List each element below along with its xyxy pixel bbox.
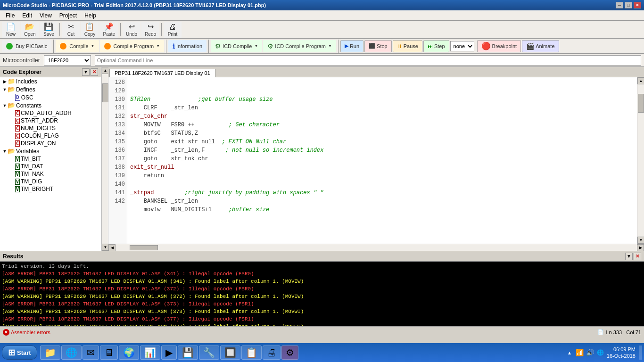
taskbar-ie[interactable]: 🌍: [119, 346, 139, 360]
editor-scrollbar-right[interactable]: ▲ ▼: [637, 77, 644, 244]
editor-scrollbar-bottom[interactable]: ◀ ▶: [108, 244, 644, 251]
breakpoint-button[interactable]: 🔴 Breakpoint: [477, 40, 521, 52]
none-select[interactable]: none: [450, 41, 474, 51]
copy-button[interactable]: 📋 Copy: [81, 22, 99, 38]
tree-item-variables[interactable]: ▼ 📂 Variables: [0, 147, 101, 155]
buy-picbasic-button[interactable]: Buy PICBasic: [2, 40, 51, 52]
taskbar-chrome[interactable]: 🌐: [61, 346, 82, 360]
taskbar-app4[interactable]: 🖥: [100, 346, 118, 360]
menu-file[interactable]: File: [2, 11, 18, 20]
taskbar-media[interactable]: ▶: [161, 346, 177, 360]
explorer-scroll-thumb[interactable]: [102, 83, 108, 102]
results-content[interactable]: Trial version. 13 days left. [ASM ERROR]…: [0, 262, 644, 326]
tree-item-tm-nak[interactable]: V TM_NAK: [0, 170, 101, 178]
editor-scroll-right[interactable]: ▶: [637, 244, 644, 251]
tree-item-tm-bright[interactable]: V TM_BRIGHT: [0, 185, 101, 193]
clock-date: 16-Oct-2018: [607, 353, 636, 359]
taskbar-app9[interactable]: 🔲: [220, 346, 240, 360]
explorer-scroll-down[interactable]: ▼: [102, 244, 109, 251]
editor-scroll-track[interactable]: [637, 84, 644, 237]
show-desktop-button[interactable]: [639, 346, 642, 360]
new-button[interactable]: 📄 New: [2, 22, 20, 38]
open-button[interactable]: 📂 Open: [21, 22, 39, 38]
results-controls: ▼ ✕: [625, 253, 641, 260]
icd-compile-dropdown-arrow[interactable]: ▼: [254, 44, 258, 48]
tab-main[interactable]: PBP31 18F2620 TM1637 LED Display 01: [109, 69, 215, 77]
tree-item-constants[interactable]: ▼ 📂 Constants: [0, 101, 101, 109]
tree-item-tm-dig[interactable]: V TM_DIG: [0, 178, 101, 185]
taskbar-excel[interactable]: 📊: [140, 346, 160, 360]
animate-button[interactable]: 🎬 Animate: [522, 40, 559, 52]
icd-compile-button[interactable]: ⚙ ICD Compile ▼: [211, 40, 262, 52]
taskbar-app3[interactable]: ✉: [83, 346, 99, 360]
print-button[interactable]: 🖨 Print: [164, 22, 182, 38]
compile-button[interactable]: Compile ▼: [56, 40, 99, 52]
close-button[interactable]: ✕: [634, 2, 641, 8]
tree-item-tm-dat[interactable]: V TM_DAT: [0, 163, 101, 170]
tree-item-display-on[interactable]: C DISPLAY_ON: [0, 140, 101, 147]
tree-item-defines[interactable]: ▼ 📂 Defines: [0, 85, 101, 93]
cut-button[interactable]: ✂ Cut: [62, 22, 80, 38]
tree-item-tm-bit[interactable]: V TM_BIT: [0, 155, 101, 163]
icd-compile-program-button[interactable]: ⚙ ICD Compile Program ▼: [263, 40, 336, 52]
system-clock[interactable]: 06:09 PM 16-Oct-2018: [607, 346, 636, 360]
pause-button[interactable]: ⏸ Pause: [393, 40, 422, 52]
editor-scroll-left[interactable]: ◀: [108, 244, 116, 251]
display-on-icon: C: [15, 140, 20, 147]
systray-volume[interactable]: 🔊: [586, 348, 594, 357]
menu-project[interactable]: Project: [56, 11, 81, 20]
menu-help[interactable]: Help: [81, 11, 100, 20]
optional-command-line-input[interactable]: [95, 55, 641, 66]
undo-button[interactable]: ↩ Undo: [123, 22, 140, 38]
run-button[interactable]: ▶ Run: [340, 40, 363, 52]
constants-label: Constants: [16, 102, 41, 109]
stop-button[interactable]: ⬛ Stop: [364, 40, 392, 52]
compile-program-dropdown-arrow[interactable]: ▼: [156, 44, 160, 48]
code-explorer-dropdown[interactable]: ▼: [82, 68, 90, 76]
compile-dropdown-arrow[interactable]: ▼: [91, 44, 95, 48]
paste-button[interactable]: 📌 Paste: [99, 22, 118, 38]
information-button[interactable]: ℹ Information: [168, 40, 206, 52]
code-explorer-close[interactable]: ✕: [91, 68, 98, 76]
minimize-button[interactable]: ─: [616, 2, 623, 8]
explorer-scroll-up[interactable]: ▲: [102, 67, 109, 74]
save-icon: 💾: [44, 22, 53, 31]
taskbar-app12[interactable]: ⚙: [281, 346, 298, 360]
maximize-button[interactable]: □: [625, 2, 632, 8]
step-button[interactable]: ⏭ Step: [423, 40, 449, 52]
tree-item-includes[interactable]: ▶ 📁 Includes: [0, 77, 101, 85]
explorer-scrollbar[interactable]: ▲ ▼: [101, 67, 108, 251]
start-button[interactable]: ⊞ Start: [2, 346, 37, 360]
tree-item-osc[interactable]: D OSC: [0, 93, 101, 101]
systray-network[interactable]: 📶: [576, 348, 584, 357]
explorer-scroll-track[interactable]: [102, 74, 108, 244]
taskbar-explorer[interactable]: 📁: [40, 346, 60, 360]
code-explorer-header: Code Explorer ▼ ✕: [0, 67, 101, 77]
tree-item-cmd-auto-addr[interactable]: C CMD_AUTO_ADDR: [0, 109, 101, 117]
menu-edit[interactable]: Edit: [18, 11, 36, 20]
editor-area: PBP31 18F2620 TM1637 LED Display 01 128 …: [108, 67, 644, 251]
compile-program-button[interactable]: Compile Program ▼: [100, 40, 165, 52]
taskbar-app10[interactable]: 📋: [241, 346, 262, 360]
microcontroller-select[interactable]: 18F2620: [44, 55, 91, 66]
tree-item-colon-flag[interactable]: C COLON_FLAG: [0, 132, 101, 140]
editor-scroll-down[interactable]: ▼: [637, 237, 644, 244]
taskbar-app11[interactable]: 🖨: [263, 346, 281, 360]
editor-scroll-up[interactable]: ▲: [637, 77, 644, 84]
editor-h-scroll-thumb[interactable]: [130, 245, 158, 250]
systray-arrow[interactable]: ▲: [565, 348, 574, 357]
systray-network2[interactable]: 🌐: [596, 348, 605, 357]
tree-item-start-addr[interactable]: C START_ADDR: [0, 117, 101, 124]
redo-button[interactable]: ↪ Redo: [141, 22, 159, 38]
save-button[interactable]: 💾 Save: [40, 22, 58, 38]
icd-compile-prog-dropdown-arrow[interactable]: ▼: [328, 44, 332, 48]
results-close[interactable]: ✕: [634, 253, 641, 260]
results-dropdown[interactable]: ▼: [625, 253, 633, 260]
code-editor[interactable]: STRlen ;get buffer usage size CLRF _str_…: [127, 77, 637, 244]
tree-item-num-digits[interactable]: C NUM_DIGITS: [0, 124, 101, 132]
taskbar-app7[interactable]: 💾: [178, 346, 198, 360]
taskbar-pickit[interactable]: 🔧: [199, 346, 219, 360]
editor-scroll-thumb[interactable]: [638, 94, 644, 113]
display-on-label: DISPLAY_ON: [21, 140, 56, 147]
menu-view[interactable]: View: [36, 11, 56, 20]
